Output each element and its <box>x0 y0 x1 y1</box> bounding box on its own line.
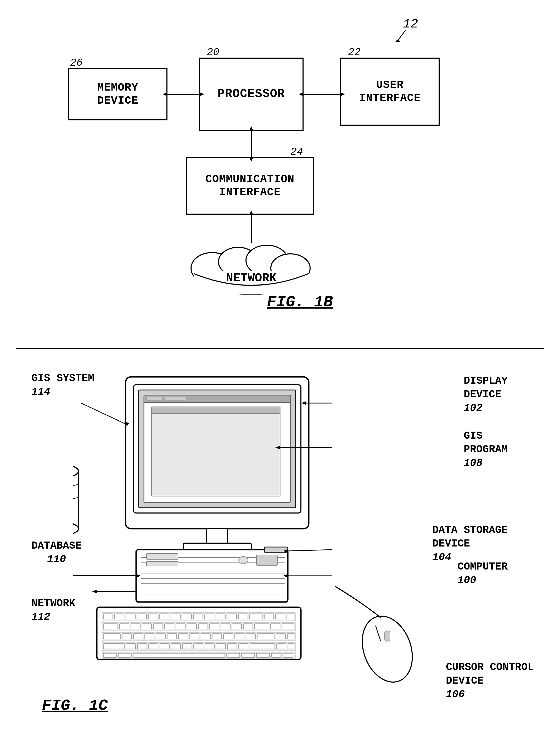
computer-label: COMPUTER <box>457 560 508 574</box>
svg-rect-93 <box>212 634 222 639</box>
svg-rect-46 <box>264 547 288 552</box>
svg-point-44 <box>239 556 248 564</box>
network-ref: 112 <box>31 610 75 624</box>
svg-rect-120 <box>227 653 240 657</box>
gis-system-label: GIS SYSTEM <box>31 372 94 385</box>
svg-line-137 <box>81 403 126 424</box>
display-device-label2: DEVICE <box>464 388 508 402</box>
svg-rect-123 <box>271 653 281 657</box>
gis-program-annotation: GIS PROGRAM 108 <box>464 429 508 470</box>
svg-rect-87 <box>145 634 154 639</box>
svg-rect-61 <box>238 614 248 619</box>
svg-rect-117 <box>103 653 116 657</box>
display-device-annotation: DISPLAY DEVICE 102 <box>464 374 508 415</box>
svg-rect-54 <box>160 614 169 619</box>
svg-rect-56 <box>182 614 192 619</box>
svg-rect-94 <box>223 634 233 639</box>
svg-rect-63 <box>264 614 274 619</box>
fig1c-label: FIG. 1C <box>42 697 108 715</box>
svg-rect-98 <box>276 634 285 639</box>
svg-rect-27 <box>165 397 186 400</box>
svg-rect-31 <box>207 529 228 544</box>
svg-rect-106 <box>171 644 181 649</box>
svg-rect-70 <box>142 624 152 629</box>
svg-marker-4 <box>163 92 167 96</box>
svg-rect-112 <box>239 644 248 649</box>
svg-line-143 <box>288 550 332 551</box>
svg-rect-51 <box>126 614 135 619</box>
svg-marker-10 <box>249 126 253 131</box>
gis-program-label: GIS <box>464 429 508 443</box>
svg-rect-62 <box>250 614 263 619</box>
svg-rect-90 <box>178 634 188 639</box>
svg-rect-119 <box>133 653 225 657</box>
svg-marker-13 <box>249 210 253 215</box>
svg-rect-78 <box>232 624 242 629</box>
svg-rect-109 <box>205 644 214 649</box>
svg-marker-133 <box>92 590 97 593</box>
data-storage-annotation: DATA STORAGE DEVICE 104 <box>432 523 508 564</box>
svg-rect-136 <box>385 631 390 641</box>
svg-rect-102 <box>126 644 136 649</box>
svg-rect-122 <box>256 653 270 657</box>
fig1b-diagram: 12 MEMORY DEVICE 26 PROCESSOR 20 USER IN… <box>52 16 471 330</box>
svg-rect-57 <box>193 614 203 619</box>
svg-rect-50 <box>115 614 124 619</box>
svg-rect-101 <box>103 644 124 649</box>
cursor-control-label2: DEVICE <box>446 674 534 688</box>
svg-rect-42 <box>147 554 178 559</box>
svg-rect-97 <box>257 634 274 639</box>
section-divider <box>16 348 544 349</box>
svg-rect-103 <box>137 644 147 649</box>
svg-rect-71 <box>153 624 163 629</box>
cursor-control-label: CURSOR CONTROL <box>446 661 534 674</box>
svg-rect-73 <box>176 624 185 629</box>
page: 12 MEMORY DEVICE 26 PROCESSOR 20 USER IN… <box>0 0 560 736</box>
display-device-ref: 102 <box>464 402 508 415</box>
svg-rect-105 <box>160 644 169 649</box>
svg-point-134 <box>354 609 421 686</box>
svg-rect-95 <box>235 634 244 639</box>
svg-rect-69 <box>131 624 140 629</box>
svg-rect-99 <box>287 634 294 639</box>
svg-rect-114 <box>277 644 286 649</box>
svg-rect-76 <box>210 624 219 629</box>
svg-rect-29 <box>152 407 280 413</box>
cursor-control-ref: 106 <box>446 688 534 701</box>
gis-system-annotation: GIS SYSTEM 114 <box>31 372 94 399</box>
data-storage-label: DATA STORAGE <box>432 523 508 537</box>
svg-rect-65 <box>287 614 294 619</box>
svg-rect-85 <box>122 634 132 639</box>
svg-rect-96 <box>246 634 255 639</box>
fig1c-diagram: GIS SYSTEM 114 DISPLAY DEVICE 102 GIS PR… <box>26 361 550 722</box>
svg-rect-108 <box>194 644 203 649</box>
display-device-label: DISPLAY <box>464 374 508 388</box>
gis-system-ref: 114 <box>31 385 94 399</box>
svg-marker-7 <box>299 92 304 96</box>
gis-program-ref: 108 <box>464 456 508 470</box>
fig1c-illustration <box>73 372 440 686</box>
svg-rect-49 <box>103 614 113 619</box>
svg-rect-45 <box>256 555 277 565</box>
svg-rect-55 <box>171 614 180 619</box>
svg-rect-89 <box>167 634 177 639</box>
svg-rect-104 <box>149 644 158 649</box>
network-cloud: NETWORK <box>186 239 317 300</box>
svg-marker-11 <box>249 157 253 162</box>
svg-rect-67 <box>103 624 118 629</box>
svg-marker-8 <box>340 92 345 96</box>
svg-rect-26 <box>147 397 162 400</box>
svg-rect-74 <box>187 624 197 629</box>
svg-rect-52 <box>137 614 147 619</box>
network-annotation: NETWORK 112 <box>31 597 75 624</box>
database-ref: 110 <box>31 553 82 566</box>
svg-rect-125 <box>73 471 79 529</box>
svg-rect-77 <box>221 624 230 629</box>
fig1b-label: FIG. 1B <box>267 293 333 311</box>
database-annotation: DATABASE 110 <box>31 539 82 566</box>
svg-rect-92 <box>201 634 210 639</box>
computer-annotation: COMPUTER 100 <box>457 560 508 587</box>
svg-rect-91 <box>190 634 199 639</box>
svg-rect-110 <box>216 644 226 649</box>
svg-rect-86 <box>133 634 143 639</box>
